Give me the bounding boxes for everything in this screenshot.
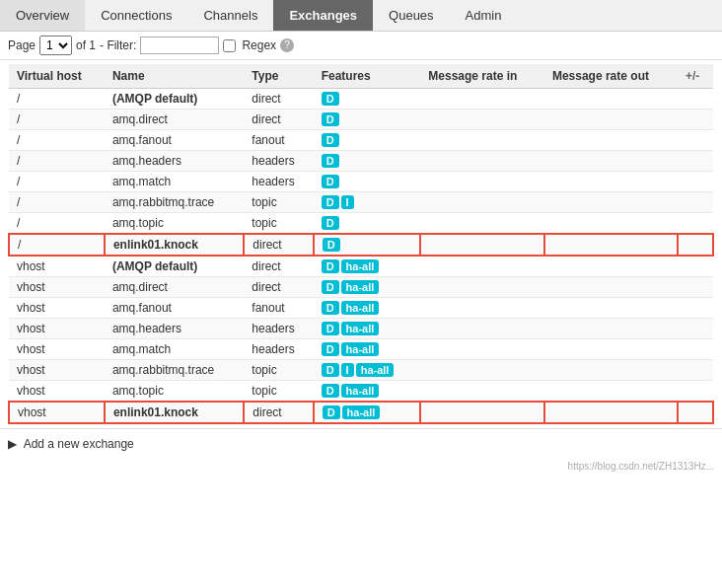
col-msg-rate-in: Message rate in	[420, 64, 544, 89]
cell-plus-minus	[678, 277, 713, 298]
feature-badge-d: D	[323, 405, 340, 419]
table-row[interactable]: /amq.fanoutfanoutD	[9, 130, 713, 151]
regex-checkbox[interactable]	[223, 39, 236, 52]
feature-badge-ha-all: ha-all	[341, 342, 380, 356]
cell-name[interactable]: amq.direct	[105, 277, 244, 298]
cell-features: Dha-all	[314, 277, 421, 298]
feature-badge-d: D	[322, 322, 339, 335]
feature-badge-d: D	[322, 280, 339, 294]
cell-plus-minus	[678, 339, 713, 360]
table-row[interactable]: vhostamq.matchheadersDha-all	[9, 339, 713, 360]
feature-badge-d: D	[322, 384, 339, 398]
table-row[interactable]: /amq.headersheadersD	[9, 151, 713, 172]
cell-msg-rate-in	[420, 110, 544, 130]
cell-plus-minus	[678, 151, 713, 172]
cell-name[interactable]: amq.match	[105, 172, 244, 192]
cell-vhost: /	[9, 234, 105, 256]
cell-name[interactable]: amq.topic	[105, 381, 244, 403]
cell-type: fanout	[244, 298, 313, 319]
cell-type: topic	[244, 360, 313, 381]
cell-type: direct	[244, 234, 313, 256]
table-row[interactable]: vhostamq.rabbitmq.tracetopicDIha-all	[9, 360, 713, 381]
table-row[interactable]: vhost(AMQP default)directDha-all	[9, 256, 713, 277]
table-row[interactable]: /amq.directdirectD	[9, 110, 713, 130]
table-row[interactable]: /(AMQP default)directD	[9, 89, 713, 110]
table-row[interactable]: /amq.rabbitmq.tracetopicDI	[9, 192, 713, 213]
cell-type: topic	[244, 192, 313, 213]
cell-features: D	[314, 151, 421, 172]
add-new-exchange[interactable]: ▶ Add a new exchange	[0, 428, 722, 459]
table-row[interactable]: vhostamq.fanoutfanoutDha-all	[9, 298, 713, 319]
page-select[interactable]: 1	[39, 36, 72, 55]
feature-badge-ha-all: ha-all	[341, 301, 380, 315]
cell-msg-rate-in	[420, 298, 544, 319]
col-plus-minus: +/-	[678, 64, 713, 89]
table-head: Virtual host Name Type Features Message …	[9, 64, 713, 89]
table-row[interactable]: /amq.topictopicD	[9, 213, 713, 235]
regex-label: Regex	[242, 38, 276, 52]
table-row[interactable]: vhostamq.topictopicDha-all	[9, 381, 713, 403]
cell-msg-rate-in	[420, 402, 544, 423]
cell-name[interactable]: enlink01.knock	[105, 402, 244, 423]
cell-name[interactable]: amq.direct	[105, 110, 244, 130]
cell-features: DIha-all	[314, 360, 421, 381]
cell-name[interactable]: enlink01.knock	[105, 234, 244, 256]
cell-type: direct	[244, 110, 313, 130]
cell-vhost: vhost	[9, 256, 105, 277]
cell-plus-minus	[678, 172, 713, 192]
nav-item-queues[interactable]: Queues	[373, 0, 450, 31]
cell-msg-rate-out	[544, 360, 678, 381]
cell-features: D	[314, 89, 421, 110]
nav-item-connections[interactable]: Connections	[85, 0, 187, 31]
filter-bar: Page 1 of 1 - Filter: Regex ?	[0, 32, 722, 60]
cell-type: direct	[244, 277, 313, 298]
cell-name[interactable]: (AMQP default)	[105, 256, 244, 277]
cell-name[interactable]: amq.fanout	[105, 298, 244, 319]
nav-item-channels[interactable]: Channels	[187, 0, 273, 31]
nav-item-admin[interactable]: Admin	[450, 0, 518, 31]
filter-input[interactable]	[140, 37, 219, 54]
cell-features: Dha-all	[314, 339, 421, 360]
cell-name[interactable]: amq.topic	[105, 213, 244, 235]
cell-msg-rate-out	[544, 298, 678, 319]
nav-item-exchanges[interactable]: Exchanges	[273, 0, 373, 31]
cell-name[interactable]: amq.fanout	[105, 130, 244, 151]
watermark-text: https://blog.csdn.net/ZH1313Hz...	[568, 461, 714, 472]
cell-features: Dha-all	[314, 298, 421, 319]
nav-bar: OverviewConnectionsChannelsExchangesQueu…	[0, 0, 722, 32]
cell-name[interactable]: amq.headers	[105, 319, 244, 339]
cell-plus-minus	[678, 298, 713, 319]
cell-features: Dha-all	[314, 256, 421, 277]
triangle-icon: ▶	[8, 437, 17, 451]
feature-badge-d: D	[322, 216, 339, 230]
cell-type: topic	[244, 213, 313, 235]
table-row[interactable]: /amq.matchheadersD	[9, 172, 713, 192]
feature-badge-i: I	[341, 195, 354, 209]
cell-plus-minus	[678, 130, 713, 151]
table-row[interactable]: vhostamq.directdirectDha-all	[9, 277, 713, 298]
cell-plus-minus	[678, 234, 713, 256]
feature-badge-d: D	[322, 175, 339, 188]
cell-name[interactable]: (AMQP default)	[105, 89, 244, 110]
cell-name[interactable]: amq.rabbitmq.trace	[105, 192, 244, 213]
cell-vhost: vhost	[9, 319, 105, 339]
cell-features: Dha-all	[314, 402, 421, 423]
cell-name[interactable]: amq.headers	[105, 151, 244, 172]
col-type: Type	[244, 64, 313, 89]
table-row[interactable]: vhostenlink01.knockdirectDha-all	[9, 402, 713, 423]
cell-msg-rate-in	[420, 192, 544, 213]
nav-item-overview[interactable]: Overview	[0, 0, 85, 31]
cell-type: direct	[244, 402, 313, 423]
cell-msg-rate-out	[544, 151, 678, 172]
table-body: /(AMQP default)directD/amq.directdirectD…	[9, 89, 713, 424]
table-row[interactable]: /enlink01.knockdirectD	[9, 234, 713, 256]
regex-help-icon[interactable]: ?	[280, 38, 294, 52]
table-row[interactable]: vhostamq.headersheadersDha-all	[9, 319, 713, 339]
cell-features: D	[314, 172, 421, 192]
cell-name[interactable]: amq.rabbitmq.trace	[105, 360, 244, 381]
watermark: https://blog.csdn.net/ZH1313Hz...	[0, 459, 722, 476]
cell-vhost: /	[9, 151, 105, 172]
cell-name[interactable]: amq.match	[105, 339, 244, 360]
cell-msg-rate-out	[544, 213, 678, 235]
feature-badge-i: I	[341, 363, 354, 377]
